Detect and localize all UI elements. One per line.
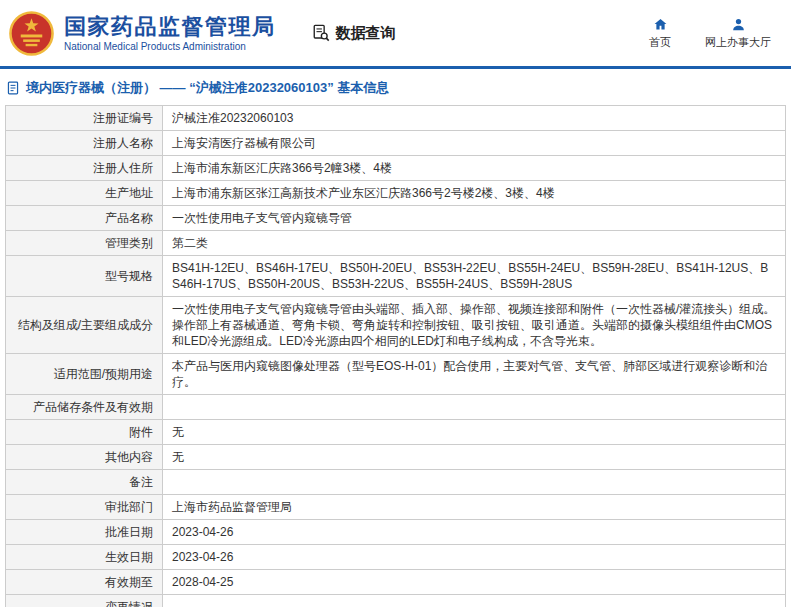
- row-label: 生效日期: [6, 545, 163, 570]
- table-row: 有效期至2028-04-25: [6, 570, 786, 595]
- row-label: 结构及组成/主要组成成分: [6, 297, 163, 354]
- search-document-icon: [312, 24, 330, 42]
- data-query-title: 数据查询: [312, 24, 396, 43]
- breadcrumb-text: 境内医疗器械（注册） —— “沪械注准20232060103” 基本信息: [26, 79, 389, 97]
- user-icon: [731, 17, 746, 32]
- brand-text: 国家药品监督管理局 National Medical Products Admi…: [64, 14, 276, 52]
- row-value: 上海安清医疗器械有限公司: [163, 131, 786, 156]
- row-label: 产品储存条件及有效期: [6, 395, 163, 420]
- row-value: 上海市浦东新区汇庆路366号2幢3楼、4楼: [163, 156, 786, 181]
- row-label-text: 审批部门: [105, 500, 153, 514]
- row-label: 注册证编号: [6, 106, 163, 131]
- row-value: 2023-04-26: [163, 520, 786, 545]
- nav-online-service-hall[interactable]: 网上办事大厅: [705, 17, 771, 50]
- table-row: 产品名称一次性使用电子支气管内窥镜导管: [6, 206, 786, 231]
- home-icon: [653, 17, 668, 32]
- row-value: [163, 395, 786, 420]
- national-emblem-icon: [8, 10, 55, 57]
- table-row: 型号规格BS41H-12EU、BS46H-17EU、BS50H-20EU、BS5…: [6, 256, 786, 297]
- row-label-text: 有效期至: [105, 575, 153, 589]
- row-label: 管理类别: [6, 231, 163, 256]
- table-row: 管理类别第二类: [6, 231, 786, 256]
- row-label-text: 注册人名称: [93, 136, 153, 150]
- row-label-text: 型号规格: [105, 269, 153, 283]
- nmpa-registration-page: 国家药品监督管理局 National Medical Products Admi…: [0, 0, 791, 607]
- table-row: 结构及组成/主要组成成分一次性使用电子支气管内窥镜导管由头端部、插入部、操作部、…: [6, 297, 786, 354]
- row-label: 附件: [6, 420, 163, 445]
- nav-home[interactable]: 首页: [645, 17, 675, 50]
- row-label-text: 生产地址: [105, 186, 153, 200]
- row-label-text: 变更情况: [105, 600, 153, 607]
- table-row: 注册人住所上海市浦东新区汇庆路366号2幢3楼、4楼: [6, 156, 786, 181]
- row-label: 注册人名称: [6, 131, 163, 156]
- row-value: [163, 595, 786, 607]
- row-label: 变更情况: [6, 595, 163, 607]
- table-row: 生效日期2023-04-26: [6, 545, 786, 570]
- table-row: 变更情况: [6, 595, 786, 607]
- row-label-text: 注册证编号: [93, 111, 153, 125]
- row-label: 有效期至: [6, 570, 163, 595]
- row-value: 沪械注准20232060103: [163, 106, 786, 131]
- row-value: 第二类: [163, 231, 786, 256]
- table-row: 生产地址上海市浦东新区张江高新技术产业东区汇庆路366号2号楼2楼、3楼、4楼: [6, 181, 786, 206]
- row-label-text: 其他内容: [105, 450, 153, 464]
- nav-hall-label: 网上办事大厅: [705, 35, 771, 50]
- document-icon: [6, 81, 20, 95]
- row-label-text: 管理类别: [105, 236, 153, 250]
- row-label-text: 适用范围/预期用途: [54, 367, 153, 381]
- row-label-text: 结构及组成/主要组成成分: [18, 318, 153, 332]
- row-label: 批准日期: [6, 520, 163, 545]
- table-row: 附件无: [6, 420, 786, 445]
- row-label-text: 产品名称: [105, 211, 153, 225]
- data-query-label: 数据查询: [336, 24, 396, 43]
- info-table: 注册证编号沪械注准20232060103注册人名称上海安清医疗器械有限公司注册人…: [5, 105, 786, 607]
- table-row: 适用范围/预期用途本产品与医用内窥镜图像处理器（型号EOS-H-01）配合使用，…: [6, 354, 786, 395]
- row-value: 2028-04-25: [163, 570, 786, 595]
- row-value: 一次性使用电子支气管内窥镜导管: [163, 206, 786, 231]
- row-value: 上海市药品监督管理局: [163, 495, 786, 520]
- row-label-text: 产品储存条件及有效期: [33, 400, 153, 414]
- row-label: 注册人住所: [6, 156, 163, 181]
- row-label-text: 批准日期: [105, 525, 153, 539]
- org-name-en: National Medical Products Administration: [64, 41, 276, 52]
- org-name-cn: 国家药品监督管理局: [64, 14, 276, 39]
- table-row: 注册人名称上海安清医疗器械有限公司: [6, 131, 786, 156]
- row-value: 一次性使用电子支气管内窥镜导管由头端部、插入部、操作部、视频连接部和附件（一次性…: [163, 297, 786, 354]
- site-logo[interactable]: 国家药品监督管理局 National Medical Products Admi…: [8, 10, 276, 57]
- row-label: 备注: [6, 470, 163, 495]
- row-label-text: 附件: [129, 425, 153, 439]
- row-value: [163, 470, 786, 495]
- row-value: 2023-04-26: [163, 545, 786, 570]
- row-value: 本产品与医用内窥镜图像处理器（型号EOS-H-01）配合使用，主要对气管、支气管…: [163, 354, 786, 395]
- table-row: 批准日期2023-04-26: [6, 520, 786, 545]
- row-label-text: 生效日期: [105, 550, 153, 564]
- row-label: 其他内容: [6, 445, 163, 470]
- table-row: 产品储存条件及有效期: [6, 395, 786, 420]
- row-label-text: 备注: [129, 475, 153, 489]
- row-label: 型号规格: [6, 256, 163, 297]
- row-label: 审批部门: [6, 495, 163, 520]
- row-label: 产品名称: [6, 206, 163, 231]
- top-navigation: 首页 网上办事大厅: [645, 17, 779, 50]
- row-value: 无: [163, 420, 786, 445]
- table-row: 注册证编号沪械注准20232060103: [6, 106, 786, 131]
- table-row: 其他内容无: [6, 445, 786, 470]
- info-table-body: 注册证编号沪械注准20232060103注册人名称上海安清医疗器械有限公司注册人…: [6, 106, 786, 607]
- row-value: 无: [163, 445, 786, 470]
- site-header: 国家药品监督管理局 National Medical Products Admi…: [0, 0, 791, 66]
- row-label: 生产地址: [6, 181, 163, 206]
- breadcrumb: 境内医疗器械（注册） —— “沪械注准20232060103” 基本信息: [0, 69, 791, 105]
- row-label: 适用范围/预期用途: [6, 354, 163, 395]
- row-value: 上海市浦东新区张江高新技术产业东区汇庆路366号2号楼2楼、3楼、4楼: [163, 181, 786, 206]
- table-row: 备注: [6, 470, 786, 495]
- table-row: 审批部门上海市药品监督管理局: [6, 495, 786, 520]
- row-label-text: 注册人住所: [93, 161, 153, 175]
- row-value: BS41H-12EU、BS46H-17EU、BS50H-20EU、BS53H-2…: [163, 256, 786, 297]
- nav-home-label: 首页: [649, 35, 671, 50]
